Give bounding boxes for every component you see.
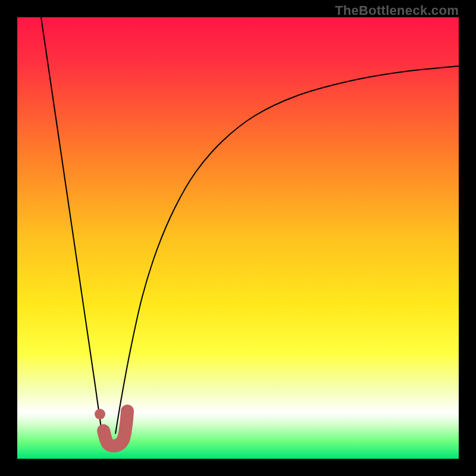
watermark-text: TheBottleneck.com: [335, 3, 459, 18]
curve-rising-right: [115, 66, 459, 434]
curve-falling-left: [41, 17, 101, 428]
curves-overlay: [17, 17, 459, 459]
plot-area: [17, 17, 459, 459]
marker-dot: [95, 409, 105, 419]
marker-hook: [104, 411, 127, 446]
